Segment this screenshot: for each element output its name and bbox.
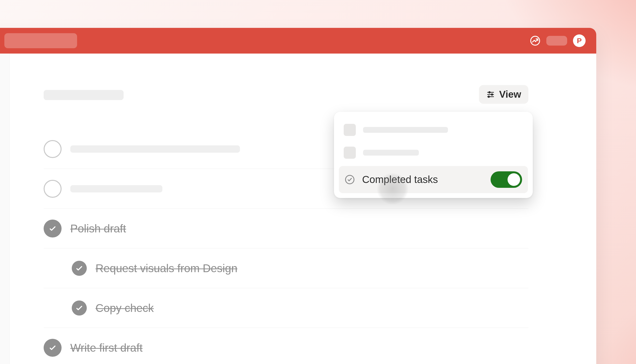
option-label-placeholder xyxy=(363,150,419,156)
task-title: Copy check xyxy=(96,302,154,314)
task-checkbox-completed[interactable] xyxy=(44,339,62,357)
task-title-placeholder xyxy=(70,185,162,192)
task-row-subtask[interactable]: Request visuals from Design xyxy=(44,248,528,288)
task-checkbox-completed[interactable] xyxy=(44,220,62,238)
option-icon-placeholder xyxy=(344,146,356,159)
search-input-placeholder[interactable] xyxy=(4,33,77,48)
svg-point-2 xyxy=(489,92,490,93)
completed-tasks-option[interactable]: Completed tasks xyxy=(339,166,528,193)
popover-option[interactable] xyxy=(334,118,533,141)
app-window: P View xyxy=(0,28,596,364)
svg-point-4 xyxy=(491,94,493,95)
sliders-icon xyxy=(486,90,495,99)
task-row[interactable]: Write first draft xyxy=(44,328,528,364)
task-checkbox[interactable] xyxy=(44,140,62,158)
task-title-placeholder xyxy=(70,146,240,153)
svg-point-6 xyxy=(488,96,489,98)
task-row[interactable]: Polish draft xyxy=(44,209,528,248)
popover-option[interactable] xyxy=(334,141,533,164)
productivity-icon[interactable] xyxy=(530,36,540,46)
task-checkbox-completed[interactable] xyxy=(72,261,87,276)
task-checkbox[interactable] xyxy=(44,180,62,198)
task-title: Request visuals from Design xyxy=(96,262,237,275)
task-title: Polish draft xyxy=(70,222,126,235)
sidebar xyxy=(0,54,10,364)
task-row-subtask[interactable]: Copy check xyxy=(44,288,528,328)
main-content: View Polish draft xyxy=(10,54,596,364)
check-circle-icon xyxy=(345,174,355,185)
task-title: Write first draft xyxy=(70,341,142,354)
task-checkbox-completed[interactable] xyxy=(72,300,87,316)
avatar[interactable]: P xyxy=(573,34,586,47)
view-options-popover: Completed tasks xyxy=(334,112,533,198)
toggle-knob xyxy=(508,173,520,186)
top-bar: P xyxy=(0,28,596,54)
project-title-placeholder xyxy=(44,90,124,100)
completed-tasks-label: Completed tasks xyxy=(362,174,438,186)
option-label-placeholder xyxy=(363,127,448,133)
view-button[interactable]: View xyxy=(479,85,528,104)
view-button-label: View xyxy=(499,89,521,100)
option-icon-placeholder xyxy=(344,124,356,136)
topbar-placeholder-pill[interactable] xyxy=(546,36,567,46)
completed-tasks-toggle[interactable] xyxy=(490,171,522,188)
